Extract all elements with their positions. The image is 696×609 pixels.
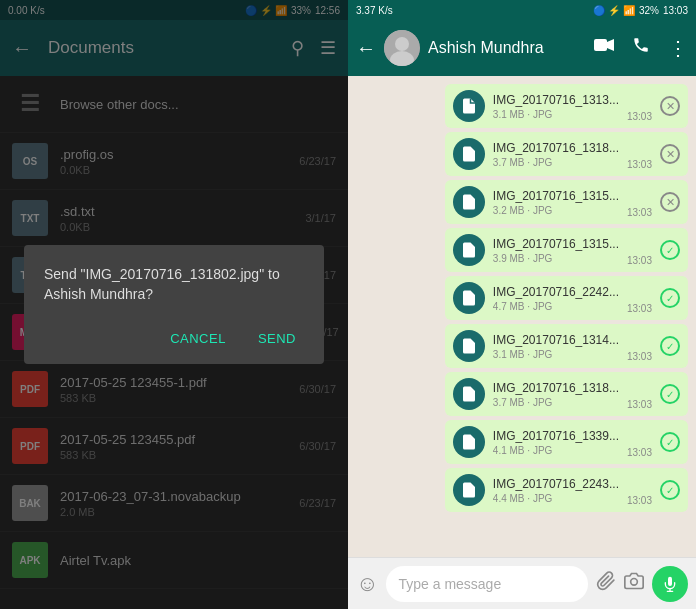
msg-time: 13:03 — [627, 495, 652, 506]
msg-time: 13:03 — [627, 159, 652, 170]
message-bubble[interactable]: IMG_20170716_1315... 3.2 MB · JPG 13:03 … — [445, 180, 688, 224]
message-bubble[interactable]: IMG_20170716_1313... 3.1 MB · JPG 13:03 … — [445, 84, 688, 128]
mic-button[interactable] — [652, 566, 688, 602]
msg-info: IMG_20170716_1339... 4.1 MB · JPG — [493, 429, 619, 456]
dialog-message: Send "IMG_20170716_131802.jpg" to Ashish… — [44, 265, 304, 304]
file-thumbnail — [453, 474, 485, 506]
avatar[interactable] — [384, 30, 420, 66]
file-thumbnail — [453, 282, 485, 314]
msg-filename: IMG_20170716_2242... — [493, 285, 619, 299]
svg-point-5 — [631, 579, 638, 586]
message-bubble[interactable]: IMG_20170716_2242... 4.7 MB · JPG 13:03 … — [445, 276, 688, 320]
msg-info: IMG_20170716_1318... 3.7 MB · JPG — [493, 381, 619, 408]
msg-filename: IMG_20170716_1318... — [493, 141, 619, 155]
check-status-icon: ✓ — [660, 384, 680, 404]
msg-filename: IMG_20170716_2243... — [493, 477, 619, 491]
send-button[interactable]: SEND — [250, 325, 304, 352]
check-status-icon: ✓ — [660, 432, 680, 452]
msg-filemeta: 3.7 MB · JPG — [493, 397, 619, 408]
right-battery: 32% — [639, 5, 659, 16]
svg-point-1 — [395, 37, 409, 51]
message-bubble[interactable]: IMG_20170716_1315... 3.9 MB · JPG 13:03 … — [445, 228, 688, 272]
msg-time: 13:03 — [627, 207, 652, 218]
file-thumbnail — [453, 234, 485, 266]
svg-marker-4 — [607, 39, 614, 51]
msg-info: IMG_20170716_1318... 3.7 MB · JPG — [493, 141, 619, 168]
msg-info: IMG_20170716_1314... 3.1 MB · JPG — [493, 333, 619, 360]
file-thumbnail — [453, 426, 485, 458]
input-bar: ☺ Type a message — [348, 557, 696, 609]
msg-time: 13:03 — [627, 351, 652, 362]
msg-filemeta: 3.2 MB · JPG — [493, 205, 619, 216]
file-thumbnail — [453, 186, 485, 218]
msg-filemeta: 3.1 MB · JPG — [493, 109, 619, 120]
cancel-button[interactable]: CANCEL — [162, 325, 234, 352]
file-thumbnail — [453, 90, 485, 122]
msg-filemeta: 4.1 MB · JPG — [493, 445, 619, 456]
confirm-dialog: Send "IMG_20170716_131802.jpg" to Ashish… — [24, 245, 324, 363]
left-panel: 0.00 K/s 🔵 ⚡ 📶 33% 12:56 ← Documents ⚲ ☰… — [0, 0, 348, 609]
cancel-status-icon: ✕ — [660, 144, 680, 164]
dialog-buttons: CANCEL SEND — [44, 325, 304, 352]
emoji-icon[interactable]: ☺ — [356, 571, 378, 597]
camera-icon[interactable] — [624, 571, 644, 596]
avatar-image — [384, 30, 420, 66]
back-icon[interactable]: ← — [356, 37, 376, 60]
msg-info: IMG_20170716_2243... 4.4 MB · JPG — [493, 477, 619, 504]
message-bubble[interactable]: IMG_20170716_1339... 4.1 MB · JPG 13:03 … — [445, 420, 688, 464]
message-bubble[interactable]: IMG_20170716_1314... 3.1 MB · JPG 13:03 … — [445, 324, 688, 368]
right-header: ← Ashish Mundhra ⋮ — [348, 20, 696, 76]
message-input-field[interactable]: Type a message — [386, 566, 588, 602]
check-status-icon: ✓ — [660, 240, 680, 260]
right-header-icons: ⋮ — [594, 36, 688, 60]
msg-filemeta: 3.9 MB · JPG — [493, 253, 619, 264]
msg-filemeta: 4.4 MB · JPG — [493, 493, 619, 504]
attach-icon[interactable] — [596, 571, 616, 596]
cancel-status-icon: ✕ — [660, 192, 680, 212]
msg-filename: IMG_20170716_1315... — [493, 189, 619, 203]
msg-info: IMG_20170716_1313... 3.1 MB · JPG — [493, 93, 619, 120]
msg-time: 13:03 — [627, 399, 652, 410]
msg-filemeta: 3.1 MB · JPG — [493, 349, 619, 360]
msg-time: 13:03 — [627, 111, 652, 122]
message-bubble[interactable]: IMG_20170716_1318... 3.7 MB · JPG 13:03 … — [445, 132, 688, 176]
video-call-icon[interactable] — [594, 36, 614, 60]
messages-area: IMG_20170716_1313... 3.1 MB · JPG 13:03 … — [348, 76, 696, 557]
menu-icon[interactable]: ⋮ — [668, 36, 688, 60]
right-status-bar: 3.37 K/s 🔵 ⚡ 📶 32% 13:03 — [348, 0, 696, 20]
svg-rect-3 — [594, 39, 607, 51]
check-status-icon: ✓ — [660, 288, 680, 308]
msg-info: IMG_20170716_2242... 4.7 MB · JPG — [493, 285, 619, 312]
check-status-icon: ✓ — [660, 480, 680, 500]
message-bubble[interactable]: IMG_20170716_2243... 4.4 MB · JPG 13:03 … — [445, 468, 688, 512]
contact-name: Ashish Mundhra — [428, 39, 586, 57]
message-bubble[interactable]: IMG_20170716_1318... 3.7 MB · JPG 13:03 … — [445, 372, 688, 416]
msg-time: 13:03 — [627, 303, 652, 314]
msg-filename: IMG_20170716_1314... — [493, 333, 619, 347]
dialog-overlay: Send "IMG_20170716_131802.jpg" to Ashish… — [0, 0, 348, 609]
msg-filemeta: 4.7 MB · JPG — [493, 301, 619, 312]
right-speed: 3.37 K/s — [356, 5, 393, 16]
msg-time: 13:03 — [627, 255, 652, 266]
cancel-status-icon: ✕ — [660, 96, 680, 116]
msg-time: 13:03 — [627, 447, 652, 458]
msg-info: IMG_20170716_1315... 3.9 MB · JPG — [493, 237, 619, 264]
file-thumbnail — [453, 378, 485, 410]
msg-filename: IMG_20170716_1315... — [493, 237, 619, 251]
msg-filemeta: 3.7 MB · JPG — [493, 157, 619, 168]
right-icons: 🔵 ⚡ 📶 — [593, 5, 635, 16]
msg-filename: IMG_20170716_1339... — [493, 429, 619, 443]
message-placeholder: Type a message — [398, 576, 501, 592]
msg-filename: IMG_20170716_1318... — [493, 381, 619, 395]
msg-info: IMG_20170716_1315... 3.2 MB · JPG — [493, 189, 619, 216]
msg-filename: IMG_20170716_1313... — [493, 93, 619, 107]
right-panel: 3.37 K/s 🔵 ⚡ 📶 32% 13:03 ← Ashish Mundhr… — [348, 0, 696, 609]
voice-call-icon[interactable] — [632, 36, 650, 60]
check-status-icon: ✓ — [660, 336, 680, 356]
file-thumbnail — [453, 330, 485, 362]
file-thumbnail — [453, 138, 485, 170]
right-time: 13:03 — [663, 5, 688, 16]
